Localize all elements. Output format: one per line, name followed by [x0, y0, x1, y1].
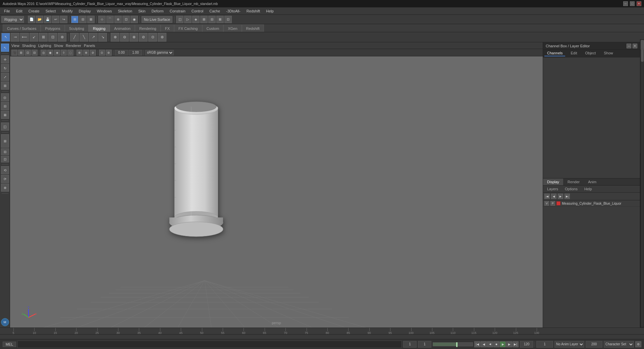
ik-spring-btn[interactable]: ↗ [89, 33, 98, 42]
vp-shadow-btn[interactable]: ◊ [61, 50, 67, 56]
dst-options[interactable]: Options [562, 186, 580, 192]
symmetry-btn[interactable]: ⊟ [1, 102, 9, 110]
menu-deform[interactable]: Deform [149, 8, 166, 14]
redo-btn[interactable]: ↪ [60, 16, 67, 23]
tab-curves-surfaces[interactable]: Curves / Surfaces [3, 24, 41, 32]
layer-nav-3[interactable]: ▶ [558, 194, 563, 199]
stop-btn[interactable]: ■ [493, 341, 499, 347]
render-btn[interactable]: ▷ [184, 16, 192, 23]
save-scene-btn[interactable]: 💾 [44, 16, 51, 23]
snap-view-btn[interactable]: ⊡ [122, 16, 130, 23]
tab-rigging[interactable]: Rigging [89, 24, 110, 32]
vp-camera-btn[interactable]: 🎥 [11, 50, 17, 56]
open-scene-btn[interactable]: 📂 [36, 16, 43, 23]
go-to-start-btn[interactable]: |◀ [474, 341, 480, 347]
menu-control[interactable]: Control [189, 8, 206, 14]
vp-xray-btn[interactable]: ◌ [67, 50, 73, 56]
show-hide-btn[interactable]: ⊡ [224, 16, 232, 23]
near-clip-field[interactable] [115, 50, 128, 55]
snap-point-btn[interactable]: ⊕ [114, 16, 122, 23]
tab-display[interactable]: Display [543, 179, 564, 185]
orient-joint-btn[interactable]: ⊙ [148, 33, 157, 42]
tab-render[interactable]: Render [564, 179, 584, 185]
select-tool-btn[interactable]: ↖ [1, 33, 10, 42]
select-by-object-btn[interactable]: ⊟ [79, 16, 87, 23]
preferences-btn[interactable]: ⚙ [635, 341, 641, 347]
reroot-btn[interactable]: ⊗ [129, 33, 138, 42]
joint-tool3-btn[interactable]: ⊛ [58, 33, 66, 42]
menu-help[interactable]: Help [263, 8, 276, 14]
layer-visible-p[interactable]: P [550, 201, 555, 206]
vp-ssao-btn[interactable]: ◈ [54, 50, 60, 56]
anim-start-input[interactable] [536, 341, 553, 348]
layer-nav-1[interactable]: |◀ [544, 194, 550, 199]
select-by-component-btn[interactable]: ⊠ [87, 16, 95, 23]
vp-sel-mask-btn[interactable]: ◎ [41, 50, 47, 56]
panel-layout-btn-2[interactable]: ⊟ [1, 148, 9, 155]
menu-redshift[interactable]: Redshift [244, 8, 263, 14]
new-scene-btn[interactable]: 📄 [28, 16, 35, 23]
ae-scroll-thumb[interactable] [641, 48, 644, 62]
snap-live-btn[interactable]: ◉ [130, 16, 138, 23]
tumble-btn[interactable]: ⟲ [1, 166, 9, 174]
snap-grid-btn[interactable]: ⊹ [98, 16, 106, 23]
menu-constrain[interactable]: Constrain [167, 8, 188, 14]
vp-manip-btn[interactable]: ⊕ [76, 50, 83, 56]
display-settings-btn[interactable]: ⊞ [200, 16, 208, 23]
timeline-bar[interactable] [433, 342, 473, 346]
vp-grid-btn[interactable]: ⊞ [18, 50, 24, 56]
menu-modify[interactable]: Modify [59, 8, 75, 14]
vp-wireframe-btn[interactable]: ⊡ [25, 50, 31, 56]
vp-manip3-btn[interactable]: ⊘ [90, 50, 96, 56]
3d-canvas[interactable]: persp Y X Z [10, 56, 543, 328]
joint-tool2-btn[interactable]: ⊡ [48, 33, 57, 42]
object-tab[interactable]: Object [582, 50, 598, 56]
layer-visible-v[interactable]: V [544, 201, 549, 206]
tab-custom[interactable]: Custom [202, 24, 224, 32]
mirror-joint-btn[interactable]: ⊘ [139, 33, 148, 42]
snap-btn[interactable]: ⊠ [1, 111, 9, 119]
go-to-end-btn[interactable]: ▶| [513, 341, 519, 347]
menu-cache[interactable]: Cache [207, 8, 223, 14]
ik-spline-btn[interactable]: ╲ [79, 33, 88, 42]
tab-rendering[interactable]: Rendering [135, 24, 161, 32]
menu-skeleton[interactable]: Skeleton [115, 8, 135, 14]
tab-sculpting[interactable]: Sculpting [65, 24, 89, 32]
tab-fx[interactable]: FX [161, 24, 174, 32]
anim-end-input[interactable] [586, 341, 602, 348]
joint-size-btn[interactable]: ⊚ [158, 33, 166, 42]
vp-manip2-btn[interactable]: ⊗ [83, 50, 89, 56]
menu-display[interactable]: Display [76, 8, 94, 14]
layer-item[interactable]: V P Measuring_Cylinder_Flask_Blue_Liquor [543, 200, 640, 207]
show-tab[interactable]: Show [601, 50, 616, 56]
tab-animation[interactable]: Animation [110, 24, 135, 32]
maximize-button[interactable]: □ [630, 1, 635, 6]
vp-menu-shading[interactable]: Shading [22, 44, 36, 48]
track-btn[interactable]: ⟳ [1, 175, 9, 183]
vp-high-quality-btn[interactable]: ◉ [47, 50, 53, 56]
paint-sel-btn[interactable]: ⟵ [20, 33, 29, 42]
step-back-btn[interactable]: ◀ [481, 341, 487, 347]
channels-tab[interactable]: Channels [544, 50, 565, 56]
mode-dropdown[interactable]: Rigging [1, 16, 24, 23]
edit-tab[interactable]: Edit [568, 50, 580, 56]
remove-joint-btn[interactable]: ⊖ [120, 33, 129, 42]
vp-isolate-btn[interactable]: ⊙ [99, 50, 105, 56]
menu-windows[interactable]: Windows [94, 8, 115, 14]
quick-sel-btn[interactable]: ⊟ [208, 16, 216, 23]
layer-nav-2[interactable]: ◀ [551, 194, 556, 199]
menu-create[interactable]: Create [26, 8, 42, 14]
render-settings-btn[interactable]: ◫ [176, 16, 183, 23]
move-tool-left[interactable]: ✛ [1, 55, 9, 63]
scale-tool-left[interactable]: ⤢ [1, 73, 9, 81]
close-button[interactable]: ✕ [637, 1, 641, 6]
rotate-tool-left[interactable]: ↻ [1, 64, 9, 72]
vp-menu-panels[interactable]: Panels [84, 44, 95, 48]
joint-tool-btn[interactable]: ⊞ [39, 33, 48, 42]
panel-layout-btn-3[interactable]: ⊡ [1, 156, 9, 162]
select-tool-left[interactable]: ↖ [1, 44, 9, 52]
dst-help[interactable]: Help [582, 186, 595, 192]
range-start-input[interactable] [418, 341, 431, 348]
gamma-select[interactable]: sRGB gamma [145, 50, 174, 55]
snap-curve-btn[interactable]: ⌒ [106, 16, 114, 23]
